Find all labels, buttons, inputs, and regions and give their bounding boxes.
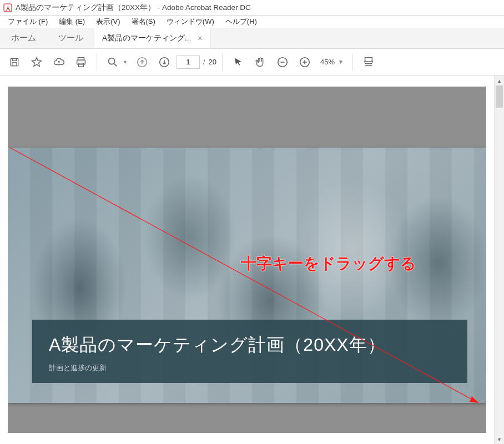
- page-indicator: / 20: [177, 56, 216, 69]
- print-icon[interactable]: [71, 52, 91, 72]
- window-title: A製品のマーケティング計画（20XX年） - Adobe Acrobat Rea…: [16, 3, 251, 13]
- zoom-level-value: 45%: [320, 58, 335, 66]
- menu-help[interactable]: ヘルプ(H): [220, 17, 263, 27]
- tab-close-icon[interactable]: ×: [198, 34, 202, 43]
- select-tool-icon[interactable]: [228, 52, 248, 72]
- scroll-down-icon[interactable]: ▾: [495, 434, 504, 444]
- window-titlebar: 人 A製品のマーケティング計画（20XX年） - Adobe Acrobat R…: [0, 0, 504, 16]
- zoom-find-chevron-icon[interactable]: ▼: [123, 59, 128, 65]
- hand-tool-icon[interactable]: [250, 52, 270, 72]
- tab-document[interactable]: A製品のマーケティング... ×: [94, 28, 210, 48]
- cloud-upload-icon[interactable]: [49, 52, 69, 72]
- zoom-out-icon[interactable]: [273, 52, 293, 72]
- zoom-level-dropdown[interactable]: 45% ▼: [317, 58, 347, 66]
- fit-width-icon[interactable]: [359, 52, 379, 72]
- scroll-track[interactable]: [495, 85, 504, 434]
- toolbar-separator: [222, 54, 223, 70]
- workspace: ◀ ▶ A製品のマーケティング計画（20XX年） 計画と進捗の更新 十字キーをド…: [0, 75, 504, 444]
- chevron-down-icon: ▼: [338, 59, 344, 65]
- svg-rect-3: [13, 58, 17, 60]
- svg-text:人: 人: [5, 6, 11, 11]
- page-separator: /: [203, 58, 205, 66]
- save-icon[interactable]: [4, 52, 24, 72]
- page-down-icon[interactable]: [154, 52, 174, 72]
- page-up-icon[interactable]: [132, 52, 152, 72]
- menu-window[interactable]: ウィンドウ(W): [161, 17, 220, 27]
- svg-marker-5: [32, 57, 42, 66]
- menu-sign[interactable]: 署名(S): [126, 17, 161, 27]
- document-background: A製品のマーケティング計画（20XX年） 計画と進捗の更新 十字キーをドラッグす…: [8, 87, 486, 433]
- menu-view[interactable]: 表示(V): [90, 17, 125, 27]
- menu-edit[interactable]: 編集 (E): [53, 17, 90, 27]
- zoom-in-icon[interactable]: [295, 52, 315, 72]
- tabbar: ホーム ツール A製品のマーケティング... ×: [0, 28, 504, 49]
- toolbar-separator: [352, 54, 353, 70]
- tab-tools[interactable]: ツール: [47, 28, 94, 48]
- menu-file[interactable]: ファイル (F): [2, 17, 53, 27]
- tab-home[interactable]: ホーム: [0, 28, 47, 48]
- tab-document-label: A製品のマーケティング...: [102, 33, 191, 43]
- svg-rect-18: [365, 57, 372, 61]
- svg-line-10: [114, 63, 117, 66]
- svg-rect-4: [12, 62, 17, 65]
- page-total: 20: [209, 58, 216, 66]
- document-canvas[interactable]: A製品のマーケティング計画（20XX年） 計画と進捗の更新 十字キーをドラッグす…: [0, 75, 494, 444]
- zoom-find-icon[interactable]: [103, 52, 123, 72]
- menubar: ファイル (F) 編集 (E) 表示(V) 署名(S) ウィンドウ(W) ヘルプ…: [0, 16, 504, 28]
- vertical-scrollbar[interactable]: ▴ ▾: [494, 75, 504, 444]
- drag-annotation-text: 十字キーをドラッグする: [241, 253, 416, 274]
- svg-line-19: [10, 148, 478, 403]
- scroll-thumb[interactable]: [496, 85, 503, 108]
- svg-marker-20: [470, 396, 478, 403]
- star-icon[interactable]: [27, 52, 47, 72]
- toolbar: ▼ / 20 45% ▼: [0, 49, 504, 75]
- scroll-up-icon[interactable]: ▴: [495, 75, 504, 85]
- svg-point-9: [109, 58, 115, 64]
- toolbar-separator: [97, 54, 97, 70]
- svg-rect-8: [78, 63, 83, 66]
- pdf-app-icon: 人: [3, 3, 12, 12]
- page-current-input[interactable]: [177, 56, 200, 69]
